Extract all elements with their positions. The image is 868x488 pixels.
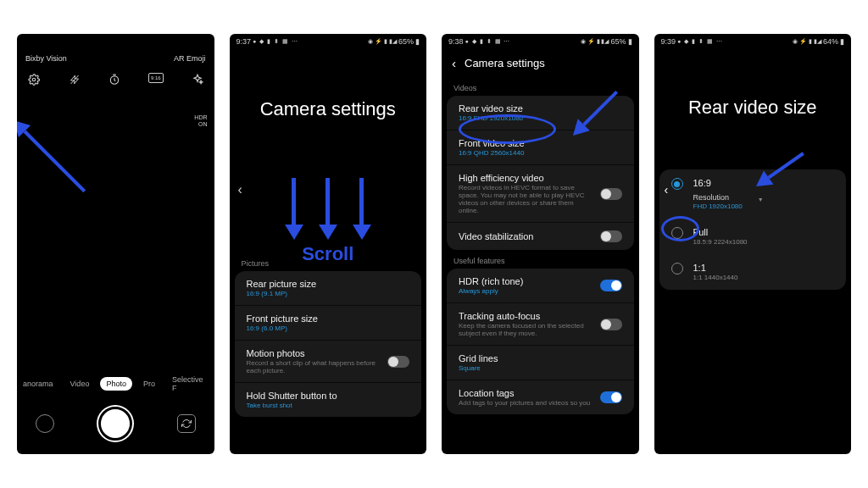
title-row: ‹ Camera settings xyxy=(442,49,639,77)
toggle[interactable] xyxy=(387,356,409,368)
gear-icon[interactable] xyxy=(27,73,41,86)
status-bar: 9:38 ● ◆ ▮ ⬍ ▦ ⋯ ◉ ⚡ ▮ ▮◢ 65% ▮ xyxy=(442,34,639,49)
toggle[interactable] xyxy=(600,391,622,403)
ar-emoji-link[interactable]: AR Emoji xyxy=(174,54,206,63)
timer-icon[interactable] xyxy=(108,73,121,86)
list-item-hevc[interactable]: High efficiency videoRecord videos in HE… xyxy=(447,165,634,223)
camera-top-links: Bixby Vision AR Emoji xyxy=(17,49,214,68)
option-16-9[interactable]: 16:9 Resolution FHD 1920x1080 ▼ xyxy=(659,169,847,219)
radio-icon[interactable] xyxy=(671,263,683,274)
radio-icon[interactable] xyxy=(671,227,683,239)
filters-icon[interactable] xyxy=(191,73,204,86)
list-item-location[interactable]: Location tagsAdd tags to your pictures a… xyxy=(447,380,634,414)
toggle[interactable] xyxy=(600,188,622,200)
svg-point-0 xyxy=(32,78,36,81)
switch-camera-icon[interactable] xyxy=(177,414,196,433)
status-bar: 9:39 ● ◆ ▮ ⬍ ▦ ⋯ ◉ ⚡ ▮ ▮◢ 64% ▮ xyxy=(654,34,852,49)
hdr-badge: HDRON xyxy=(194,114,207,127)
list-item-stabilization[interactable]: Video stabilization xyxy=(447,223,634,250)
screen-settings-videos: 9:38 ● ◆ ▮ ⬍ ▦ ⋯ ◉ ⚡ ▮ ▮◢ 65% ▮ ‹ Camera… xyxy=(442,34,639,454)
option-1-1[interactable]: 1:1 1:1 1440x1440 xyxy=(659,254,847,290)
flash-icon[interactable] xyxy=(68,73,81,86)
mode-photo[interactable]: Photo xyxy=(100,377,132,391)
screen-settings-top: 9:37 ● ◆ ▮ ⬍ ▦ ⋯ ◉ ⚡ ▮ ▮◢ 65% ▮ Camera s… xyxy=(230,34,427,454)
toggle[interactable] xyxy=(600,230,622,242)
viewfinder[interactable] xyxy=(17,92,214,368)
mode-selective[interactable]: Selective F xyxy=(166,373,214,395)
list-item-front-video[interactable]: Front video size16:9 QHD 2560x1440 xyxy=(447,130,634,165)
aspect-ratio-icon[interactable]: 9:16 xyxy=(148,73,164,83)
page-title: Camera settings xyxy=(465,57,545,69)
mode-selector[interactable]: anorama Video Photo Pro Selective F xyxy=(17,368,214,400)
list-item-motion-photos[interactable]: Motion photosRecord a short clip of what… xyxy=(235,341,422,383)
list-item-rear-video[interactable]: Rear video size16:9 FHD 1920x1080 xyxy=(447,96,634,130)
toggle[interactable] xyxy=(600,280,622,291)
list-item-rear-picture[interactable]: Rear picture size16:9 (9.1 MP) xyxy=(235,271,422,306)
settings-list-videos: Rear video size16:9 FHD 1920x1080 Front … xyxy=(447,96,634,250)
status-bar: 9:37 ● ◆ ▮ ⬍ ▦ ⋯ ◉ ⚡ ▮ ▮◢ 65% ▮ xyxy=(230,34,427,49)
annotation-scroll: Scroll xyxy=(230,178,427,265)
mode-video[interactable]: Video xyxy=(64,377,96,391)
list-item-hdr[interactable]: HDR (rich tone)Always apply xyxy=(447,269,634,303)
gallery-thumbnail[interactable] xyxy=(36,414,54,433)
shutter-row xyxy=(17,400,214,454)
option-full[interactable]: Full 18.5:9 2224x1080 xyxy=(659,219,847,254)
camera-icon-row: 9:16 xyxy=(17,68,214,92)
settings-list: Rear picture size16:9 (9.1 MP) Front pic… xyxy=(235,271,422,417)
back-button[interactable]: ‹ xyxy=(665,183,669,197)
chevron-down-icon[interactable]: ▼ xyxy=(758,197,764,202)
mode-panorama[interactable]: anorama xyxy=(17,377,59,391)
page-title: Rear video size xyxy=(654,49,852,129)
mode-pro[interactable]: Pro xyxy=(137,377,161,391)
list-item-front-picture[interactable]: Front picture size16:9 (6.0 MP) xyxy=(235,306,422,341)
page-title: Camera settings xyxy=(230,49,427,130)
toggle[interactable] xyxy=(600,319,622,330)
screen-rear-video-size: 9:39 ● ◆ ▮ ⬍ ▦ ⋯ ◉ ⚡ ▮ ▮◢ 64% ▮ Rear vid… xyxy=(654,34,852,454)
back-button[interactable]: ‹ xyxy=(452,56,456,70)
screen-camera: Bixby Vision AR Emoji 9:16 HDRON anorama… xyxy=(17,34,214,454)
list-item-hold-shutter[interactable]: Hold Shutter button toTake burst shot xyxy=(235,383,422,417)
section-header: Useful features xyxy=(442,250,639,269)
settings-list-features: HDR (rich tone)Always apply Tracking aut… xyxy=(447,269,634,414)
bixby-vision-link[interactable]: Bixby Vision xyxy=(25,54,67,63)
list-item-gridlines[interactable]: Grid linesSquare xyxy=(447,346,634,380)
status-bar xyxy=(17,34,214,49)
shutter-button[interactable] xyxy=(98,407,132,441)
aspect-options: 16:9 Resolution FHD 1920x1080 ▼ Full 18.… xyxy=(659,169,847,290)
list-item-tracking-af[interactable]: Tracking auto-focusKeep the camera focus… xyxy=(447,303,634,346)
radio-selected-icon[interactable] xyxy=(671,178,683,190)
section-header: Videos xyxy=(442,77,639,96)
